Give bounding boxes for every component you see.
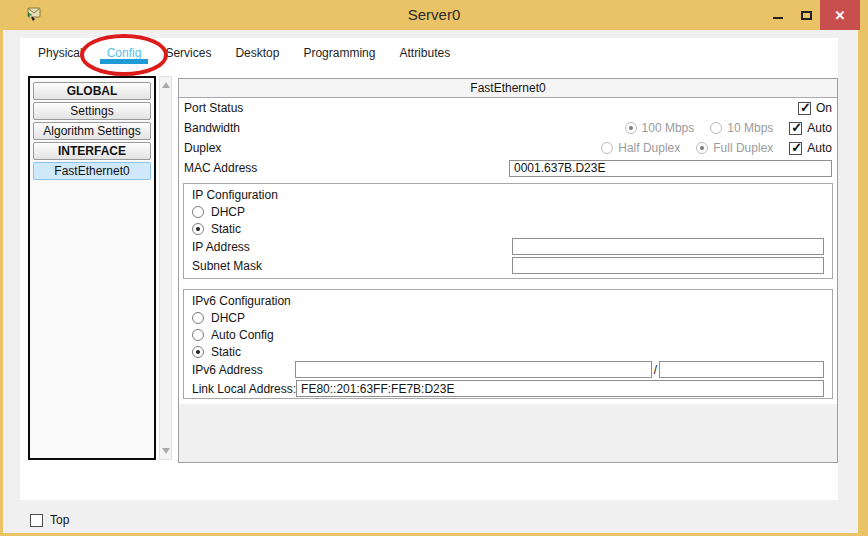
ip-address-row: IP Address [184,237,832,256]
scroll-down-icon[interactable] [162,448,170,454]
bandwidth-row: Bandwidth 100 Mbps 10 Mbps Auto [179,118,837,138]
ip-dhcp-label: DHCP [211,205,245,219]
sidebar-item-interface[interactable]: INTERFACE [33,142,151,160]
minimize-button[interactable] [764,0,792,30]
ip-address-input[interactable] [512,238,824,255]
ip-configuration-group: IP Configuration DHCP Static IP Address [183,183,833,279]
config-page: Physical Config Services Desktop Program… [20,38,838,500]
sidebar-item-algorithm-settings[interactable]: Algorithm Settings [33,122,151,140]
duplex-row: Duplex Half Duplex Full Duplex Auto [179,138,837,158]
client-area: Physical Config Services Desktop Program… [3,30,858,533]
ipv6-static-label: Static [211,345,241,359]
ip-dhcp-radio[interactable] [192,206,204,218]
maximize-icon [801,11,812,20]
ip-configuration-title: IP Configuration [184,184,832,203]
link-local-label: Link Local Address: [192,382,296,396]
tab-programming[interactable]: Programming [291,38,387,68]
minimize-icon [773,17,783,19]
ipv6-autoconfig-label: Auto Config [211,328,274,342]
ipv6-autoconfig-radio[interactable] [192,329,204,341]
ipv6-address-input[interactable] [295,361,652,378]
close-icon: ✕ [835,8,846,23]
duplex-half-radio[interactable] [601,142,613,154]
server-config-window: Server0 ✕ Physical Config Servi [0,0,868,536]
duplex-auto-label: Auto [807,141,832,155]
link-local-input[interactable] [296,380,824,397]
tab-bar: Physical Config Services Desktop Program… [20,38,838,68]
ipv6-prefix-input[interactable] [659,361,824,378]
mac-address-label: MAC Address [184,161,509,175]
tab-attributes[interactable]: Attributes [387,38,462,68]
maximize-button[interactable] [792,0,820,30]
sidebar-item-fastethernet0[interactable]: FastEthernet0 [33,162,151,180]
mac-address-input[interactable] [509,160,832,177]
ipv6-prefix-separator: / [652,363,659,377]
panel-empty-area [179,404,837,462]
ipv6-static-row: Static [184,343,832,360]
titlebar: Server0 ✕ [0,0,868,30]
bandwidth-auto-checkbox[interactable] [789,122,802,135]
ip-dhcp-row: DHCP [184,203,832,220]
sidebar-scrollbar[interactable] [159,76,172,460]
tab-desktop[interactable]: Desktop [223,38,291,68]
panel-header: FastEthernet0 [179,79,837,98]
active-tab-underline [100,59,149,64]
port-status-on-label: On [816,101,832,115]
ipv6-address-row: IPv6 Address / [184,360,832,379]
duplex-full-label: Full Duplex [713,141,773,155]
port-status-checkbox[interactable] [798,102,811,115]
bandwidth-100mbps-label: 100 Mbps [642,121,695,135]
subnet-mask-label: Subnet Mask [192,259,512,273]
duplex-full-radio[interactable] [696,142,708,154]
ipv6-static-radio[interactable] [192,346,204,358]
subnet-mask-input[interactable] [512,257,824,274]
subnet-mask-row: Subnet Mask [184,256,832,275]
ip-static-radio[interactable] [192,223,204,235]
window-title: Server0 [0,0,868,30]
bandwidth-100mbps-radio[interactable] [625,122,637,134]
port-status-label: Port Status [184,101,243,115]
link-local-row: Link Local Address: [184,379,832,398]
duplex-auto-checkbox[interactable] [789,142,802,155]
ipv6-dhcp-radio[interactable] [192,312,204,324]
window-controls: ✕ [764,0,860,30]
top-checkbox[interactable] [30,514,43,527]
tab-services[interactable]: Services [153,38,223,68]
bandwidth-10mbps-label: 10 Mbps [727,121,773,135]
ipv6-configuration-title: IPv6 Configuration [184,290,832,309]
bandwidth-10mbps-radio[interactable] [710,122,722,134]
config-sidebar: GLOBAL Settings Algorithm Settings INTER… [28,76,156,460]
ip-address-label: IP Address [192,240,512,254]
top-label: Top [50,513,69,527]
duplex-label: Duplex [184,141,221,155]
sidebar-item-settings[interactable]: Settings [33,102,151,120]
footer-top-toggle: Top [30,513,69,527]
port-status-row: Port Status On [179,98,837,118]
ipv6-dhcp-row: DHCP [184,309,832,326]
tab-config[interactable]: Config [95,38,154,68]
scroll-up-icon[interactable] [162,82,170,88]
mac-address-row: MAC Address [179,158,837,178]
ipv6-configuration-group: IPv6 Configuration DHCP Auto Config Stat… [183,289,833,399]
ipv6-autoconfig-row: Auto Config [184,326,832,343]
duplex-half-label: Half Duplex [618,141,680,155]
ip-static-label: Static [211,222,241,236]
tab-physical[interactable]: Physical [26,38,95,68]
bandwidth-auto-label: Auto [807,121,832,135]
bandwidth-label: Bandwidth [184,121,240,135]
ipv6-address-label: IPv6 Address [192,363,295,377]
ipv6-dhcp-label: DHCP [211,311,245,325]
sidebar-item-global[interactable]: GLOBAL [33,82,151,100]
ip-static-row: Static [184,220,832,237]
close-button[interactable]: ✕ [820,0,860,30]
interface-panel: FastEthernet0 Port Status On Bandwidth [178,78,838,463]
